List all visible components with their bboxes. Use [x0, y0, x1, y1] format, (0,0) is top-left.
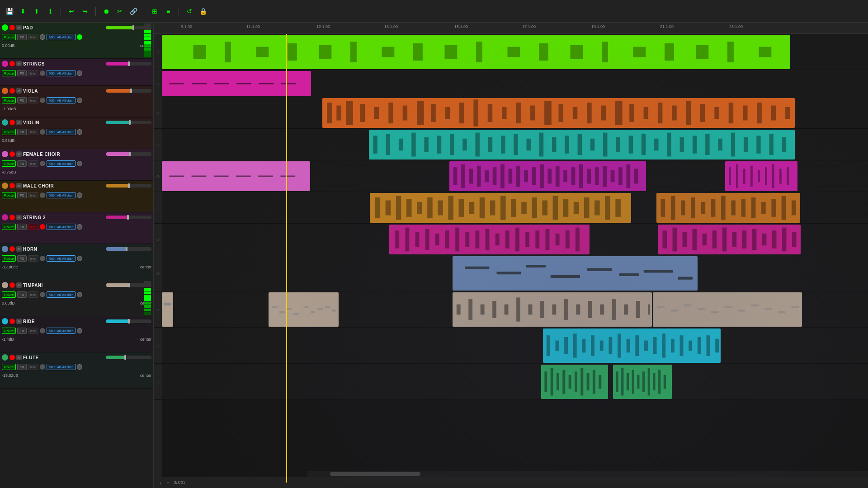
- monitor-btn-female-choir[interactable]: [40, 161, 45, 166]
- track-mono-violin[interactable]: M: [16, 120, 22, 125]
- monitor-btn-strings[interactable]: [40, 70, 45, 76]
- fx-btn-male-choir[interactable]: FX: [17, 192, 26, 198]
- track-power-ride[interactable]: [2, 318, 8, 324]
- reset-icon[interactable]: ↺: [184, 6, 194, 16]
- trim-btn-ride[interactable]: trim: [28, 328, 38, 334]
- clip-viola-1[interactable]: [322, 98, 795, 128]
- info-icon[interactable]: ℹ: [45, 6, 55, 16]
- track-lane-horn[interactable]: [162, 255, 868, 291]
- track-lane-ride[interactable]: [162, 328, 868, 364]
- clip-timpani-3[interactable]: [453, 292, 652, 327]
- export-icon[interactable]: ⬆: [32, 6, 42, 16]
- track-mono-horn[interactable]: M: [16, 246, 22, 252]
- monitor-btn-viola[interactable]: [40, 98, 45, 103]
- clip-strings-1[interactable]: [162, 71, 311, 96]
- track-lane-female-choir[interactable]: [162, 160, 868, 192]
- clip-female-choir-1[interactable]: [162, 161, 310, 191]
- fx-btn-viola[interactable]: FX: [17, 97, 26, 103]
- save-icon[interactable]: 💾: [5, 6, 14, 16]
- track-mono-female-choir[interactable]: M: [16, 151, 22, 157]
- midi-enable-horn[interactable]: [77, 256, 82, 261]
- trim-btn-viola[interactable]: trim: [28, 97, 38, 103]
- route-btn-timpani[interactable]: Route: [2, 291, 16, 298]
- monitor-btn-violin[interactable]: [40, 129, 45, 135]
- track-lane-string2[interactable]: [162, 224, 868, 255]
- route-btn-string2[interactable]: Route: [2, 224, 16, 230]
- horizontal-scrollbar[interactable]: [307, 471, 868, 477]
- trim-btn-female-choir[interactable]: trim: [28, 160, 38, 167]
- fx-btn-timpani[interactable]: FX: [17, 291, 26, 298]
- monitor-btn-timpani[interactable]: [40, 292, 45, 297]
- track-rec-timpani[interactable]: [9, 282, 15, 288]
- track-lane-timpani[interactable]: [162, 291, 868, 328]
- track-power-horn[interactable]: [2, 246, 8, 252]
- track-power-timpani[interactable]: [2, 282, 8, 288]
- track-lane-strings[interactable]: [162, 70, 868, 97]
- track-mono-string2[interactable]: M: [16, 215, 22, 220]
- monitor-btn-string2[interactable]: [40, 224, 45, 230]
- midi-enable-flute[interactable]: [77, 364, 82, 370]
- track-rec-string2[interactable]: [9, 215, 15, 220]
- track-power-viola[interactable]: [2, 88, 8, 94]
- midi-btn-ride[interactable]: MIDI: All: All chan: [47, 328, 75, 334]
- track-power-string2[interactable]: [2, 214, 8, 221]
- clip-string2-1[interactable]: [389, 225, 590, 254]
- track-rec-pad[interactable]: [9, 25, 15, 30]
- track-mono-ride[interactable]: M: [16, 319, 22, 324]
- trim-btn-flute[interactable]: trim: [28, 364, 38, 370]
- track-lane-flute[interactable]: [162, 364, 868, 400]
- monitor-btn-ride[interactable]: [40, 328, 45, 333]
- midi-enable-ride[interactable]: [77, 328, 82, 333]
- route-btn-viola[interactable]: Route: [2, 97, 16, 103]
- midi-enable-viola[interactable]: [77, 98, 82, 103]
- track-lane-pad[interactable]: [162, 34, 868, 70]
- fx-btn-strings[interactable]: FX: [17, 70, 26, 76]
- track-power-violin[interactable]: [2, 119, 8, 126]
- track-mono-flute[interactable]: M: [16, 355, 22, 360]
- import-icon[interactable]: ⬇: [18, 6, 28, 16]
- clip-male-choir-2[interactable]: [656, 193, 800, 223]
- route-btn-flute[interactable]: Route: [2, 364, 16, 370]
- track-rec-viola[interactable]: [9, 88, 15, 94]
- arrange-strip-btn-4[interactable]: ◇: [154, 129, 162, 160]
- trim-btn-string2[interactable]: trim: [28, 224, 38, 230]
- route-btn-male-choir[interactable]: Route: [2, 192, 16, 198]
- monitor-btn-male-choir[interactable]: [40, 192, 45, 198]
- midi-btn-viola[interactable]: MIDI: All: All chan: [47, 97, 75, 103]
- midi-btn-male-choir[interactable]: MIDI: All: All chan: [47, 192, 75, 198]
- clip-timpani-1[interactable]: [162, 292, 173, 327]
- trim-btn-pad[interactable]: trim: [28, 34, 38, 40]
- track-mono-pad[interactable]: M: [16, 25, 22, 30]
- arrange-strip-btn-3[interactable]: ◇: [154, 97, 162, 129]
- track-mono-male-choir[interactable]: M: [16, 183, 22, 188]
- trim-btn-timpani[interactable]: trim: [28, 291, 38, 298]
- arrange-strip-btn-5[interactable]: ◇: [154, 160, 162, 192]
- track-rec-flute[interactable]: [9, 355, 15, 360]
- list-icon[interactable]: ≡: [163, 6, 173, 16]
- arrange-strip-btn-10[interactable]: ◇: [154, 328, 162, 364]
- track-mono-timpani[interactable]: M: [16, 282, 22, 288]
- clip-string2-2[interactable]: [658, 225, 801, 254]
- midi-enable-male-choir[interactable]: [77, 192, 82, 198]
- clip-timpani-4[interactable]: [653, 292, 802, 327]
- track-power-male-choir[interactable]: [2, 183, 8, 189]
- route-btn-strings[interactable]: Route: [2, 70, 16, 76]
- trim-btn-horn[interactable]: trim: [28, 255, 38, 262]
- monitor-btn-horn[interactable]: [40, 256, 45, 261]
- track-rec-strings[interactable]: [9, 61, 15, 66]
- monitor-btn-pad[interactable]: [40, 34, 45, 40]
- midi-btn-violin[interactable]: MIDI: All: All chan: [47, 129, 75, 135]
- midi-btn-flute[interactable]: MIDI: All: All chan: [47, 364, 75, 370]
- clip-pad-1[interactable]: [162, 35, 790, 69]
- fx-btn-pad[interactable]: FX: [17, 34, 26, 40]
- route-btn-pad[interactable]: Route: [2, 34, 16, 40]
- clip-flute-1[interactable]: [541, 365, 608, 399]
- midi-enable-strings[interactable]: [77, 70, 82, 76]
- midi-btn-horn[interactable]: MIDI: All: All chan: [47, 255, 75, 262]
- clip-female-choir-3[interactable]: [725, 161, 797, 191]
- track-rec-male-choir[interactable]: [9, 183, 15, 188]
- track-lane-violin[interactable]: [162, 129, 868, 160]
- clip-timpani-2[interactable]: [269, 292, 339, 327]
- route-btn-ride[interactable]: Route: [2, 328, 16, 334]
- fx-btn-flute[interactable]: FX: [17, 364, 26, 370]
